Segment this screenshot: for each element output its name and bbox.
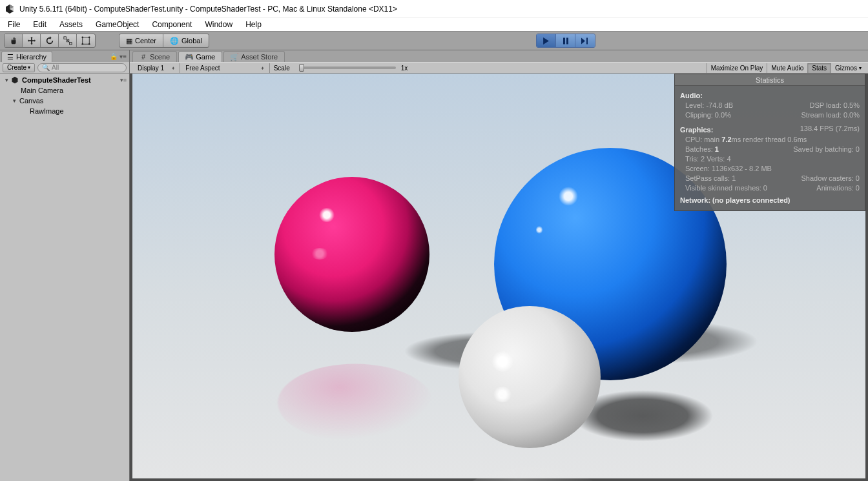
scale-label: Scale: [270, 65, 294, 72]
aspect-select[interactable]: Free Aspect♦: [180, 63, 269, 73]
chevron-down-icon: ▾: [859, 65, 862, 71]
play-controls: [536, 34, 595, 48]
game-toolbar: Display 1♦ Free Aspect♦ Scale 1x Maximiz…: [130, 62, 868, 74]
hierarchy-toolbar: Create▾ 🔍All: [0, 62, 129, 74]
rect-tool[interactable]: [77, 34, 95, 47]
window-title: Unity 5.6.1f1 (64bit) - ComputeShaderTes…: [19, 5, 397, 14]
mute-audio-toggle[interactable]: Mute Audio: [767, 63, 807, 73]
svg-rect-14: [586, 37, 588, 44]
pink-sphere: [274, 177, 429, 332]
svg-rect-4: [69, 43, 72, 45]
tree-item-rawimage[interactable]: RawImage: [0, 106, 129, 116]
transform-tools: [4, 34, 96, 48]
center-icon: ▦: [126, 37, 132, 45]
unity-scene-icon: [10, 76, 19, 85]
menu-file[interactable]: File: [1, 19, 26, 30]
pivot-center[interactable]: ▦Center: [119, 34, 163, 47]
svg-point-11: [88, 43, 90, 45]
statistics-overlay: Statistics Audio: Level: -74.8 dBDSP loa…: [674, 74, 865, 211]
pause-button[interactable]: [556, 34, 575, 47]
hierarchy-icon: ☰: [7, 53, 14, 61]
menu-gameobject[interactable]: GameObject: [89, 19, 145, 30]
play-button[interactable]: [537, 34, 556, 47]
menu-help[interactable]: Help: [239, 19, 268, 30]
cpu-line: CPU: main 7.2ms render thread 0.6ms: [680, 135, 860, 145]
tab-scene[interactable]: #Scene: [132, 51, 177, 62]
scene-icon: #: [140, 53, 147, 61]
main-layout: ☰ Hierarchy 🔒 ▾≡ Create▾ 🔍All ▾ ComputeS…: [0, 50, 868, 481]
stats-title: Statistics: [675, 74, 865, 86]
svg-point-9: [88, 36, 90, 38]
svg-rect-12: [563, 37, 565, 44]
hierarchy-tab-row: ☰ Hierarchy 🔒 ▾≡: [0, 50, 129, 62]
game-view: Statistics Audio: Level: -74.8 dBDSP loa…: [130, 74, 868, 481]
toolbar: ▦Center 🌐Global: [0, 31, 868, 50]
move-tool[interactable]: [23, 34, 41, 47]
scale-tool[interactable]: [59, 34, 77, 47]
center-tabs: #Scene 🎮Game 🛒Asset Store: [130, 50, 868, 62]
menu-bar: File Edit Assets GameObject Component Wi…: [0, 18, 868, 31]
create-button[interactable]: Create▾: [3, 63, 35, 72]
network-line: Network: (no players connected): [680, 196, 860, 205]
center-area: #Scene 🎮Game 🛒Asset Store Display 1♦ Fre…: [130, 50, 868, 481]
expand-toggle[interactable]: ▾: [3, 77, 10, 83]
reflection-pink: [278, 364, 433, 442]
chevron-down-icon: ♦: [262, 65, 264, 71]
hierarchy-tab[interactable]: ☰ Hierarchy: [1, 51, 52, 62]
step-button[interactable]: [575, 34, 595, 47]
svg-rect-7: [83, 37, 90, 45]
scene-menu-icon[interactable]: ▾≡: [120, 77, 127, 83]
globe-icon: 🌐: [170, 37, 179, 45]
stats-body: Audio: Level: -74.8 dBDSP load: 0.5% Cli…: [675, 86, 865, 210]
audio-header: Audio:: [680, 91, 860, 101]
scene-root[interactable]: ▾ ComputeShaderTest ▾≡: [0, 75, 129, 85]
chevron-down-icon: ♦: [172, 65, 174, 71]
display-select[interactable]: Display 1♦: [132, 63, 180, 73]
menu-component[interactable]: Component: [145, 19, 198, 30]
hierarchy-search[interactable]: 🔍All: [37, 63, 127, 72]
white-sphere: [459, 306, 601, 448]
tab-asset-store[interactable]: 🛒Asset Store: [223, 51, 285, 62]
svg-rect-3: [63, 37, 66, 39]
tree-item-canvas[interactable]: ▾Canvas: [0, 96, 129, 106]
render-output: Statistics Audio: Level: -74.8 dBDSP loa…: [132, 74, 865, 478]
search-icon: 🔍: [42, 64, 50, 71]
menu-edit[interactable]: Edit: [26, 19, 53, 30]
menu-window[interactable]: Window: [198, 19, 239, 30]
title-bar: Unity 5.6.1f1 (64bit) - ComputeShaderTes…: [0, 0, 868, 18]
maximize-on-play-toggle[interactable]: Maximize On Play: [707, 63, 767, 73]
panel-menu-icon[interactable]: 🔒 ▾≡: [110, 53, 127, 60]
rotate-tool[interactable]: [41, 34, 59, 47]
unity-logo-icon: [4, 3, 16, 15]
graphics-header: Graphics:: [680, 125, 713, 135]
svg-point-10: [81, 43, 83, 45]
gizmos-toggle[interactable]: Gizmos▾: [831, 63, 865, 73]
hierarchy-tree: ▾ ComputeShaderTest ▾≡ Main Camera ▾Canv…: [0, 74, 129, 481]
scale-slider[interactable]: [299, 67, 396, 69]
tab-game[interactable]: 🎮Game: [178, 51, 222, 62]
menu-assets[interactable]: Assets: [53, 19, 89, 30]
reflection-white: [462, 467, 604, 481]
expand-toggle[interactable]: ▾: [10, 97, 18, 104]
hierarchy-panel: ☰ Hierarchy 🔒 ▾≡ Create▾ 🔍All ▾ ComputeS…: [0, 50, 130, 481]
svg-marker-15: [12, 77, 18, 84]
chevron-down-icon: ▾: [28, 65, 30, 70]
pivot-global[interactable]: 🌐Global: [163, 34, 209, 47]
hand-tool[interactable]: [5, 34, 23, 47]
slider-thumb[interactable]: [299, 64, 304, 72]
game-icon: 🎮: [185, 53, 193, 61]
svg-rect-13: [566, 37, 568, 44]
pivot-group: ▦Center 🌐Global: [119, 34, 209, 48]
asset-store-icon: 🛒: [231, 53, 238, 61]
stats-toggle[interactable]: Stats: [807, 63, 831, 73]
scale-value: 1x: [401, 65, 408, 72]
tree-item-main-camera[interactable]: Main Camera: [0, 85, 129, 96]
svg-point-8: [81, 36, 83, 38]
